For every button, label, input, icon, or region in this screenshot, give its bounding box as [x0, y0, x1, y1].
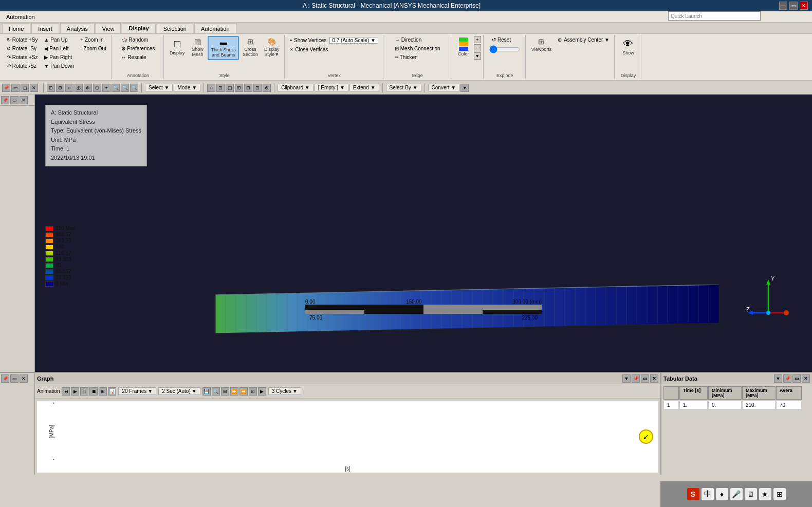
- pan-left-btn[interactable]: ◀ Pan Left: [42, 45, 77, 52]
- assembly-center-btn[interactable]: ⊕ Assembly Center ▼: [555, 36, 612, 44]
- menu-automation[interactable]: Automation: [2, 13, 39, 21]
- icon8[interactable]: 🔍: [112, 84, 120, 92]
- pan-up-btn[interactable]: ▲ Pan Up: [42, 36, 77, 44]
- icon12[interactable]: ⊡: [216, 84, 225, 92]
- icon4[interactable]: ◎: [75, 84, 83, 92]
- icon15[interactable]: ⊟: [244, 84, 252, 92]
- expand-side-icon[interactable]: ▭: [10, 96, 19, 104]
- cycles-dropdown[interactable]: 3 Cycles ▼: [268, 387, 301, 395]
- close-side-icon[interactable]: ✕: [20, 96, 28, 104]
- scroll-right-icon[interactable]: ▶: [258, 387, 266, 396]
- taskbar-icon-zh[interactable]: 中: [702, 488, 714, 500]
- pan-down-btn[interactable]: ▼ Pan Down: [42, 62, 77, 70]
- rotate-minus-sy[interactable]: ↺ Rotate -Sy: [4, 45, 41, 52]
- tab-selection[interactable]: Selection: [157, 23, 193, 33]
- next-step-icon[interactable]: ⏩: [230, 387, 238, 396]
- tab-insert[interactable]: Insert: [31, 23, 59, 33]
- anim-first-btn[interactable]: ⏮: [62, 387, 70, 396]
- icon14[interactable]: ⊞: [235, 84, 243, 92]
- anim-chart-btn[interactable]: 📊: [108, 387, 116, 396]
- float-icon[interactable]: ◻: [21, 84, 29, 92]
- tab-pin-icon[interactable]: 📌: [783, 374, 791, 383]
- export-anim-icon[interactable]: 💾: [202, 387, 211, 396]
- preferences-btn[interactable]: ⚙ Preferences: [119, 45, 158, 52]
- mode-dropdown[interactable]: Mode ▼: [174, 84, 200, 91]
- zoom-in-btn[interactable]: + Zoom In: [78, 36, 109, 44]
- close-button[interactable]: ✕: [800, 2, 808, 10]
- rotate-plus-sy[interactable]: ↻ Rotate +Sy: [4, 36, 41, 44]
- fit-graph-icon[interactable]: ⊡: [249, 387, 257, 396]
- speed-dropdown[interactable]: 2 Sec (Auto) ▼: [158, 387, 200, 395]
- color-btn[interactable]: Color: [454, 36, 473, 59]
- icon9[interactable]: 🔍: [121, 84, 129, 92]
- taskbar-icon-mic[interactable]: 🎤: [730, 488, 743, 500]
- clipboard-dropdown[interactable]: Clipboard ▼: [278, 84, 313, 91]
- bl-expand-icon[interactable]: ▭: [10, 374, 19, 383]
- explode-slider[interactable]: [489, 45, 520, 53]
- icon11[interactable]: ↔: [207, 84, 215, 92]
- taskbar-icon-s[interactable]: S: [687, 488, 699, 500]
- tab-collapse-icon[interactable]: ▼: [774, 374, 782, 383]
- thick-shells-btn[interactable]: ▬ Thick Shellsand Beams: [208, 36, 239, 60]
- graph-cursor[interactable]: ↙: [639, 429, 653, 444]
- show-vertices-btn[interactable]: • Show Vertices 0.7 (Auto Scale) ▼: [288, 36, 381, 45]
- show-mesh-btn[interactable]: ▦ ShowMesh: [188, 36, 207, 59]
- show-btn[interactable]: 👁 Show: [619, 36, 637, 58]
- mesh-connection-btn[interactable]: ⊞ Mesh Connection: [392, 45, 443, 52]
- bl-pin-icon[interactable]: 📌: [1, 374, 9, 383]
- icon2[interactable]: ⊞: [56, 84, 64, 92]
- icon6[interactable]: ⬡: [93, 84, 101, 92]
- tab-automation[interactable]: Automation: [194, 23, 236, 33]
- select-dropdown[interactable]: Select ▼: [145, 84, 173, 91]
- thicken-btn[interactable]: ═ Thicken: [392, 53, 443, 61]
- taskbar-icon-display[interactable]: 🖥: [745, 488, 757, 500]
- pin-icon[interactable]: 📌: [2, 84, 10, 92]
- resize-icon[interactable]: ▭: [11, 84, 20, 92]
- tab-display[interactable]: Display: [122, 23, 155, 33]
- minimize-button[interactable]: —: [779, 2, 787, 10]
- anim-play-btn[interactable]: ▶: [71, 387, 79, 396]
- color-collapse-btn[interactable]: -: [474, 44, 481, 51]
- taskbar-icon-diamond[interactable]: ♦: [716, 488, 728, 500]
- icon17[interactable]: ⊗: [263, 84, 271, 92]
- display-style-btn[interactable]: 🎨 DisplayStyle▼: [262, 36, 282, 59]
- icon13[interactable]: ◫: [226, 84, 234, 92]
- tab-close-icon[interactable]: ✕: [802, 374, 810, 383]
- rotate-minus-sz[interactable]: ↶ Rotate -Sz: [4, 62, 41, 70]
- direction-btn[interactable]: → Direction: [392, 36, 443, 44]
- select-by-dropdown[interactable]: Select By ▼: [386, 84, 421, 91]
- tab-home[interactable]: Home: [2, 23, 30, 33]
- viewports-btn[interactable]: ⊞ Viewports: [529, 36, 554, 54]
- frames-dropdown[interactable]: 20 Frames ▼: [118, 387, 156, 395]
- color-more-btn[interactable]: ▼: [474, 52, 481, 60]
- close-vertices-btn[interactable]: × Close Vertices: [288, 46, 381, 53]
- tab-analysis[interactable]: Analysis: [60, 23, 95, 33]
- anim-stop-btn[interactable]: ⏹: [89, 387, 98, 396]
- prev-step-icon[interactable]: ⏪: [239, 387, 248, 396]
- taskbar-icon-star[interactable]: ★: [759, 488, 771, 500]
- graph-restore-icon[interactable]: ▭: [641, 374, 649, 383]
- zoom-out-btn[interactable]: - Zoom Out: [78, 45, 109, 52]
- empty-dropdown[interactable]: [ Empty ] ▼: [315, 84, 348, 91]
- taskbar-icon-grid[interactable]: ⊞: [773, 488, 786, 500]
- anim-pause-btn[interactable]: ⏸: [80, 387, 88, 396]
- pan-right-btn[interactable]: ▶ Pan Right: [42, 53, 77, 61]
- rotate-plus-sz[interactable]: ↷ Rotate +Sz: [4, 53, 41, 61]
- icon16[interactable]: ⊡: [253, 84, 262, 92]
- icon5[interactable]: ⊕: [84, 84, 92, 92]
- convert-dropdown[interactable]: Convert ▼: [428, 84, 460, 91]
- display-btn[interactable]: □ Display: [167, 36, 188, 58]
- bl-close-icon[interactable]: ✕: [20, 374, 28, 383]
- graph-close-icon[interactable]: ✕: [650, 374, 658, 383]
- pin-side-icon[interactable]: 📌: [1, 96, 9, 104]
- extend-dropdown[interactable]: Extend ▼: [349, 84, 379, 91]
- icon7[interactable]: +: [102, 84, 110, 92]
- icon10[interactable]: 🔍: [130, 84, 138, 92]
- grid-graph-icon[interactable]: ⊞: [221, 387, 229, 396]
- graph-collapse-icon[interactable]: ▼: [622, 374, 631, 383]
- graph-pin-icon[interactable]: 📌: [632, 374, 640, 383]
- random-btn[interactable]: 🎲 Random: [119, 36, 158, 44]
- quick-launch-input[interactable]: [668, 11, 761, 21]
- convert-expand-icon[interactable]: ▼: [460, 84, 469, 92]
- tab-view[interactable]: View: [96, 23, 121, 33]
